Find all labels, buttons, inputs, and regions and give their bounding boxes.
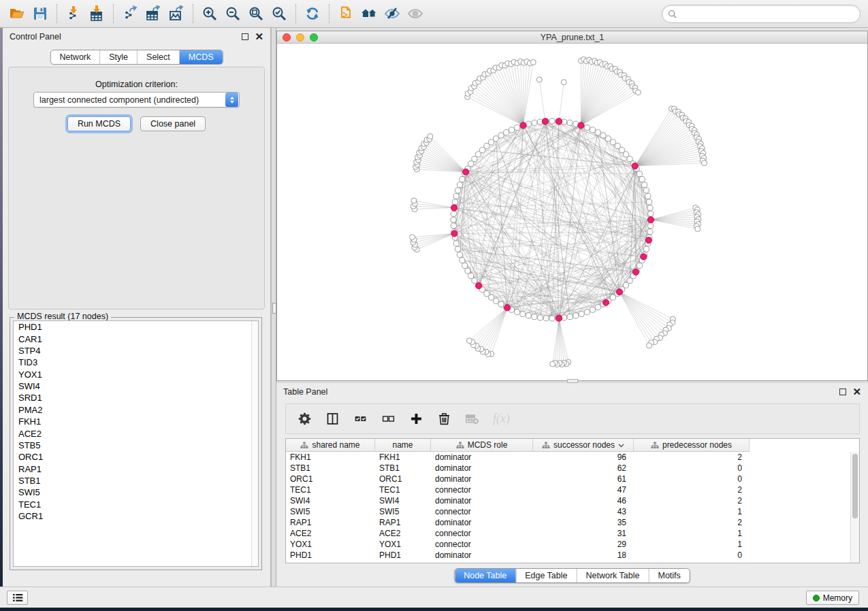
column-label: predecessor nodes: [662, 440, 732, 450]
cytoscape-app: { "main_toolbar": { "groups": [ { "items…: [0, 0, 868, 611]
splitter-grip[interactable]: [272, 303, 276, 314]
show-all-button[interactable]: [404, 3, 427, 24]
dropdown-stepper-icon: [225, 93, 238, 107]
mcds-result-item[interactable]: FKH1: [14, 416, 258, 427]
column-header-MCDS-role[interactable]: MCDS role: [431, 439, 533, 452]
table-scrollbar[interactable]: [850, 452, 859, 563]
cell-filler: [750, 517, 859, 528]
scrollbar-thumb[interactable]: [852, 454, 858, 518]
tab-select[interactable]: Select: [137, 50, 179, 64]
mcds-result-item[interactable]: PHD1: [14, 321, 258, 333]
table-row[interactable]: PHD1PHD1dominator180: [286, 550, 859, 561]
import-table-button[interactable]: [85, 3, 108, 24]
mcds-result-item[interactable]: YOX1: [14, 369, 258, 380]
mcds-result-list[interactable]: PHD1CAR1STP4TID3YOX1SWI4SRD1PMA2FKH1ACE2…: [13, 320, 259, 567]
mcds-result-item[interactable]: PMA2: [14, 404, 258, 416]
trash-button[interactable]: [437, 412, 451, 426]
mcds-result-item[interactable]: SWI4: [14, 380, 258, 392]
columns-button[interactable]: [325, 412, 340, 426]
mcds-result-item[interactable]: ACE2: [14, 427, 258, 439]
mcds-result-item[interactable]: STB5: [14, 440, 258, 451]
column-header-predecessor-nodes[interactable]: predecessor nodes: [634, 439, 750, 452]
table-row[interactable]: FKH1FKH1dominator962: [286, 452, 859, 463]
export-image-button[interactable]: [165, 3, 188, 24]
vertical-splitter[interactable]: [271, 28, 276, 587]
mcds-result-item[interactable]: SRD1: [14, 392, 258, 403]
houses-button[interactable]: [357, 3, 381, 24]
table-row[interactable]: TEC1TEC1connector472: [286, 484, 859, 495]
tab-network-table[interactable]: Network Table: [577, 569, 649, 582]
table-row[interactable]: SWI4SWI4dominator462: [286, 495, 859, 506]
toolbar-separator: [329, 4, 329, 23]
mcds-result-item[interactable]: STB1: [14, 475, 258, 486]
mcds-result-item[interactable]: STP4: [14, 345, 258, 357]
table-row[interactable]: RAP1RAP1dominator352: [286, 517, 859, 528]
shared-column-icon: [651, 442, 659, 449]
save-floppy-button[interactable]: [29, 3, 52, 24]
export-table-icon: [145, 5, 161, 22]
table-panel-title: Table Panel: [283, 387, 839, 397]
mcds-result-item[interactable]: RAP1: [14, 463, 258, 475]
mcds-result-item[interactable]: TEC1: [14, 499, 258, 510]
select-all-checks-button[interactable]: [353, 412, 368, 426]
float-panel-icon[interactable]: [242, 33, 248, 40]
network-window-title: YPA_prune.txt_1: [277, 33, 867, 42]
tab-node-table[interactable]: Node Table: [455, 569, 515, 582]
zoom-in-button[interactable]: [198, 3, 221, 24]
gear-button[interactable]: [298, 412, 312, 426]
run-mcds-button[interactable]: Run MCDS: [67, 116, 131, 131]
zoom-fit-button[interactable]: [244, 3, 268, 24]
refresh-layout-button[interactable]: [301, 3, 324, 24]
zoom-out-button[interactable]: [221, 3, 244, 24]
cell-successor-nodes: 18: [533, 550, 634, 561]
control-panel-titlebar: Control Panel ✕: [3, 28, 270, 46]
network-graph-canvas[interactable]: [277, 44, 867, 380]
right-column: YPA_prune.txt_1 Table Panel ✕ f(x) share…: [276, 28, 868, 587]
mcds-result-item[interactable]: ORC1: [14, 451, 258, 463]
tab-mcds[interactable]: MCDS: [179, 50, 223, 64]
hide-selected-button[interactable]: [381, 3, 404, 24]
new-network-from-selection-button[interactable]: [334, 3, 357, 24]
cell-MCDS-role: connector: [431, 539, 533, 550]
plus-button[interactable]: [409, 412, 423, 426]
show-panels-button[interactable]: [7, 591, 28, 605]
tab-edge-table[interactable]: Edge Table: [515, 569, 576, 582]
optimization-criterion-dropdown[interactable]: largest connected component (undirected): [33, 92, 240, 108]
column-header-name[interactable]: name: [375, 439, 431, 452]
column-header-shared-name[interactable]: shared name: [286, 439, 375, 452]
export-table-button[interactable]: [142, 3, 165, 24]
column-header-successor-nodes[interactable]: successor nodes: [533, 439, 634, 452]
close-panel-icon[interactable]: ✕: [852, 389, 861, 395]
search-input[interactable]: [677, 10, 860, 19]
mcds-list-scrollbar[interactable]: [251, 321, 258, 566]
deselect-checks-button[interactable]: [381, 412, 396, 426]
tab-network[interactable]: Network: [50, 50, 99, 64]
zoom-selected-button[interactable]: [268, 3, 291, 24]
tab-style[interactable]: Style: [99, 50, 137, 64]
network-window-titlebar: YPA_prune.txt_1: [277, 31, 867, 44]
plus-icon: [409, 412, 423, 426]
table-body: FKH1FKH1dominator962STB1STB1dominator620…: [286, 452, 859, 561]
memory-button[interactable]: Memory: [806, 591, 859, 605]
table-panel-titlebar: Table Panel ✕: [276, 383, 868, 401]
float-panel-icon[interactable]: [839, 389, 846, 395]
mcds-result-group: MCDS result (17 nodes) PHD1CAR1STP4TID3Y…: [10, 317, 262, 570]
table-row[interactable]: YOX1YOX1connector291: [286, 539, 859, 550]
table-row[interactable]: ORC1ORC1dominator610: [286, 474, 859, 484]
mcds-result-item[interactable]: SWI5: [14, 486, 258, 498]
close-panel-icon[interactable]: ✕: [255, 33, 263, 40]
table-row[interactable]: SWI5SWI5connector431: [286, 506, 859, 517]
search-field[interactable]: [662, 5, 861, 23]
open-folder-button[interactable]: [5, 3, 29, 24]
cell-MCDS-role: connector: [431, 528, 533, 539]
mcds-result-item[interactable]: CAR1: [14, 333, 258, 344]
close-panel-button[interactable]: Close panel: [140, 116, 206, 131]
cell-shared-name: STB1: [286, 463, 375, 474]
import-network-button[interactable]: [62, 3, 85, 24]
table-row[interactable]: STB1STB1dominator620: [286, 463, 859, 474]
export-network-button[interactable]: [118, 3, 142, 24]
table-row[interactable]: ACE2ACE2connector311: [286, 528, 859, 539]
tab-motifs[interactable]: Motifs: [648, 569, 689, 582]
mcds-result-item[interactable]: GCR1: [14, 510, 258, 522]
mcds-result-item[interactable]: TID3: [14, 357, 258, 368]
